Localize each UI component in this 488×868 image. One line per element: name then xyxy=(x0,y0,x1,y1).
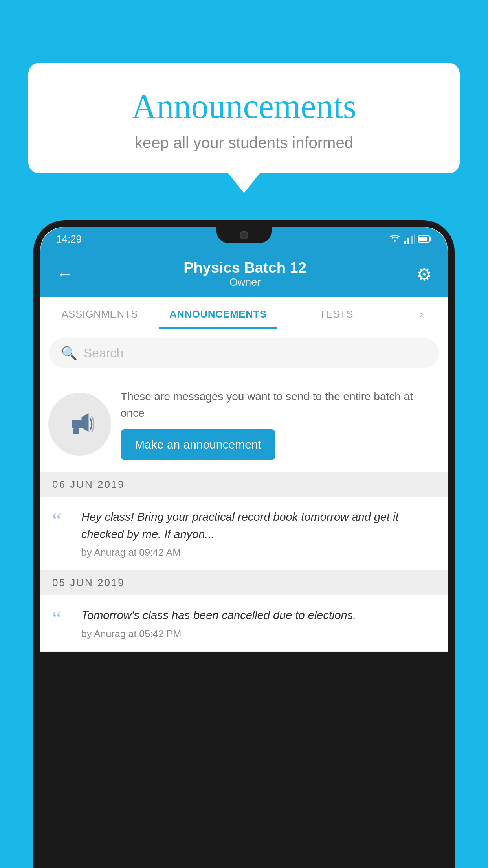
announcement-item-2[interactable]: “ Tomorrow's class has been cancelled du… xyxy=(40,595,448,652)
announcement-author-2: by Anurag at 05:42 PM xyxy=(81,628,436,640)
status-bar: 14:29 xyxy=(40,227,448,251)
announcement-message-2: Tomorrow's class has been cancelled due … xyxy=(81,607,436,624)
app-header: ← Physics Batch 12 Owner ⚙ xyxy=(40,251,448,297)
promo-right: These are messages you want to send to t… xyxy=(121,388,436,460)
megaphone-icon xyxy=(62,406,97,442)
bubble-subtitle: keep all your students informed xyxy=(52,134,436,152)
date-separator-2: 05 JUN 2019 xyxy=(40,570,448,595)
svg-rect-2 xyxy=(407,238,409,244)
battery-icon xyxy=(418,235,432,243)
search-icon: 🔍 xyxy=(61,345,77,361)
announcement-author-1: by Anurag at 09:42 AM xyxy=(81,547,436,558)
announcement-item-1[interactable]: “ Hey class! Bring your practical record… xyxy=(40,497,448,570)
make-announcement-button[interactable]: Make an announcement xyxy=(121,429,275,460)
tab-announcements[interactable]: ANNOUNCEMENTS xyxy=(159,297,277,329)
announcement-content-1: Hey class! Bring your practical record b… xyxy=(81,509,436,558)
svg-rect-9 xyxy=(72,420,82,428)
app-content: 🔍 Search xyxy=(40,329,448,652)
header-center: Physics Batch 12 Owner xyxy=(183,259,306,289)
camera xyxy=(240,231,248,239)
promo-icon-circle xyxy=(48,393,111,456)
promo-description: These are messages you want to send to t… xyxy=(121,388,436,421)
status-time: 14:29 xyxy=(56,233,82,245)
svg-marker-0 xyxy=(393,240,396,242)
svg-rect-10 xyxy=(73,428,79,434)
svg-rect-4 xyxy=(414,234,415,244)
speech-bubble-wrapper: Announcements keep all your students inf… xyxy=(28,63,460,193)
settings-button[interactable]: ⚙ xyxy=(416,264,432,284)
svg-rect-3 xyxy=(411,236,413,244)
bubble-title: Announcements xyxy=(52,86,436,126)
phone-screen: 14:29 xyxy=(40,227,448,652)
search-bar[interactable]: 🔍 Search xyxy=(49,338,439,368)
app-title: Physics Batch 12 xyxy=(183,259,306,276)
wifi-icon xyxy=(389,234,401,244)
back-button[interactable]: ← xyxy=(56,264,73,284)
phone-wrapper: 14:29 xyxy=(33,220,455,868)
announcement-content-2: Tomorrow's class has been cancelled due … xyxy=(81,607,436,640)
tab-assignments[interactable]: ASSIGNMENTS xyxy=(40,297,159,329)
bubble-arrow xyxy=(228,173,260,193)
phone-body: 14:29 xyxy=(33,220,455,868)
svg-rect-6 xyxy=(419,237,427,241)
tabs-bar: ASSIGNMENTS ANNOUNCEMENTS TESTS › xyxy=(40,297,448,329)
announcement-message-1: Hey class! Bring your practical record b… xyxy=(81,509,436,543)
tab-tests[interactable]: TESTS xyxy=(277,297,395,329)
svg-marker-8 xyxy=(82,413,89,432)
svg-rect-7 xyxy=(430,237,431,241)
svg-rect-1 xyxy=(404,241,406,244)
status-icons xyxy=(389,234,432,244)
speech-bubble: Announcements keep all your students inf… xyxy=(28,63,460,173)
quote-icon-1: “ xyxy=(52,509,72,531)
quote-icon-2: “ xyxy=(52,607,72,629)
signal-icon xyxy=(404,234,415,244)
date-separator-1: 06 JUN 2019 xyxy=(40,472,448,497)
phone-notch xyxy=(216,227,272,243)
search-input[interactable]: Search xyxy=(84,346,123,360)
announcement-promo: These are messages you want to send to t… xyxy=(40,377,448,472)
app-subtitle: Owner xyxy=(183,276,306,289)
tab-more[interactable]: › xyxy=(396,297,448,329)
